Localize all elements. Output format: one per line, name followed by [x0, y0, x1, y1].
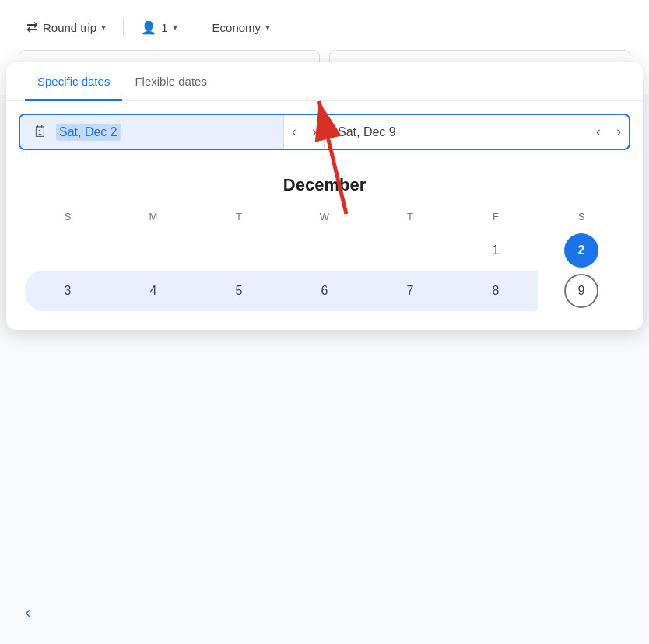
calendar: December S M T W T F S 123456789	[6, 163, 643, 330]
calendar-icon: 🗓	[33, 123, 48, 141]
weekday-sun: S	[25, 208, 111, 226]
weekday-fri: F	[453, 208, 538, 226]
trip-type-button[interactable]: ⇄ Round trip ▾	[19, 14, 114, 40]
return-date-field[interactable]: Sat, Dec 9	[325, 117, 588, 147]
tab-specific-dates[interactable]: Specific dates	[25, 62, 122, 101]
class-button[interactable]: Economy ▾	[205, 16, 279, 39]
tab-flexible-dates[interactable]: Flexible dates	[122, 62, 219, 101]
trip-type-chevron: ▾	[101, 22, 106, 33]
calendar-day	[111, 230, 196, 271]
calendar-day[interactable]: 7	[367, 271, 453, 311]
weekday-wed: W	[282, 208, 367, 226]
weekday-tue: T	[196, 208, 282, 226]
class-chevron: ▾	[265, 22, 270, 33]
weekday-thu: T	[367, 208, 453, 226]
calendar-day[interactable]: 3	[25, 271, 111, 311]
calendar-day[interactable]: 1	[453, 230, 538, 271]
back-icon: ‹	[25, 603, 30, 623]
weekday-mon: M	[111, 208, 196, 226]
calendar-day[interactable]: 5	[196, 271, 282, 311]
departure-prev-btn[interactable]: ‹	[284, 117, 304, 146]
calendar-weekdays: S M T W T F S	[25, 208, 624, 226]
departure-date-text: Sat, Dec 2	[56, 124, 121, 141]
return-date-text: Sat, Dec 9	[338, 125, 396, 139]
calendar-month: December	[25, 175, 624, 195]
departure-next-btn[interactable]: ›	[304, 117, 324, 146]
date-tabs: Specific dates Flexible dates	[6, 62, 643, 101]
top-bar: ⇄ Round trip ▾ 👤 1 ▾ Economy ▾	[0, 0, 649, 50]
class-label: Economy	[212, 21, 261, 34]
calendar-grid: 123456789	[25, 230, 624, 311]
calendar-day	[25, 230, 111, 271]
passengers-chevron: ▾	[173, 22, 177, 33]
calendar-day[interactable]: 4	[111, 271, 196, 311]
trip-type-label: Round trip	[43, 21, 96, 34]
return-prev-btn[interactable]: ‹	[588, 117, 609, 146]
calendar-day	[196, 230, 282, 271]
back-button[interactable]: ‹	[12, 597, 44, 628]
calendar-day	[367, 230, 453, 271]
divider-1	[123, 18, 124, 37]
weekday-sat: S	[538, 208, 624, 226]
calendar-day[interactable]: 6	[282, 271, 367, 311]
calendar-day	[282, 230, 367, 271]
calendar-day[interactable]: 8	[453, 271, 538, 311]
departure-date-field[interactable]: 🗓 Sat, Dec 2	[20, 115, 284, 149]
passengers-count: 1	[161, 21, 167, 34]
passengers-button[interactable]: 👤 1 ▾	[133, 16, 184, 40]
calendar-day[interactable]: 9	[538, 271, 624, 311]
date-selector-row: 🗓 Sat, Dec 2 ‹ › Sat, Dec 9 ‹ ›	[19, 114, 630, 150]
round-trip-icon: ⇄	[26, 19, 38, 36]
calendar-day[interactable]: 2	[538, 230, 624, 271]
passenger-icon: 👤	[141, 20, 156, 35]
return-next-btn[interactable]: ›	[609, 117, 629, 146]
date-picker-panel: Specific dates Flexible dates 🗓 Sat, Dec…	[6, 62, 643, 330]
divider-2	[195, 18, 195, 37]
